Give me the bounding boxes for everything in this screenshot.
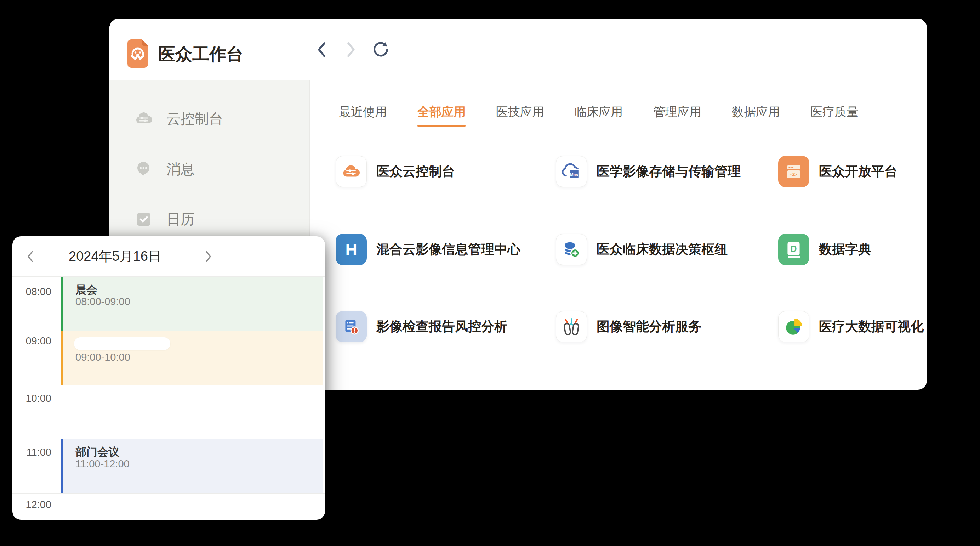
tab-data-apps[interactable]: 数据应用 — [732, 104, 780, 127]
cloud-sliders-icon — [341, 161, 361, 182]
database-plus-icon — [561, 239, 582, 260]
event-title: 晨会 — [75, 283, 97, 297]
time-label: 12:00 — [20, 498, 51, 511]
tab-all-apps[interactable]: 全部应用 — [417, 104, 466, 127]
event-time: 11:00-12:00 — [75, 458, 130, 470]
time-label: 08:00 — [20, 285, 51, 298]
app-hybrid-cloud-imaging[interactable]: H 混合云影像信息管理中心 — [336, 234, 520, 265]
tab-admin-apps[interactable]: 管理应用 — [653, 104, 702, 127]
app-tile — [336, 311, 367, 342]
app-imaging-storage[interactable]: Mos 医学影像存储与传输管理 — [556, 156, 741, 187]
messages-icon — [134, 159, 154, 179]
window-header: 医众工作台 — [110, 19, 927, 80]
app-tile — [556, 311, 587, 342]
screen: { "window": { "title": "医众工作台" }, "heade… — [0, 0, 980, 546]
tab-clinical-apps[interactable]: 临床应用 — [574, 104, 623, 127]
calendar-event-redacted[interactable]: 09:00-10:00 — [61, 331, 323, 385]
app-label: 图像智能分析服务 — [597, 318, 702, 335]
pie-chart-icon — [783, 316, 804, 337]
gridline — [13, 412, 325, 412]
sidebar-item-cloud-console[interactable]: 云控制台 — [110, 100, 309, 137]
time-label: 10:00 — [20, 392, 51, 405]
calendar-event-morning-meeting[interactable]: 晨会 08:00-09:00 — [61, 277, 323, 330]
letter-tile-icon: H — [345, 240, 357, 259]
chevron-left-icon — [317, 42, 326, 58]
app-label: 影像检查报告风控分析 — [376, 318, 508, 335]
app-tile — [336, 156, 367, 187]
code-glyph: </> — [790, 172, 797, 177]
refresh-icon — [371, 40, 390, 59]
app-tile: D — [778, 234, 809, 265]
app-label: 数据字典 — [819, 241, 871, 258]
sidebar-item-messages[interactable]: 消息 — [110, 150, 309, 187]
time-label: 09:00 — [20, 334, 51, 347]
chevron-right-icon — [204, 250, 213, 263]
event-title: 部门会议 — [75, 445, 119, 460]
app-label: 医疗大数据可视化 — [819, 318, 924, 335]
calendar-icon — [134, 209, 154, 229]
calendar-date: 2024年5月16日 — [55, 248, 175, 264]
dictionary-book-icon: D — [783, 239, 804, 260]
cloud-storage-icon: Mos — [561, 161, 582, 182]
tab-recent[interactable]: 最近使用 — [339, 104, 387, 127]
app-label: 混合云影像信息管理中心 — [376, 241, 520, 258]
app-logo-icon — [127, 39, 148, 68]
chevron-left-icon — [26, 250, 34, 263]
app-tile — [778, 311, 809, 342]
refresh-button[interactable] — [371, 19, 390, 80]
event-time: 09:00-10:00 — [75, 351, 130, 363]
app-data-dictionary[interactable]: D 数据字典 — [778, 234, 871, 265]
app-image-ai-analysis[interactable]: 图像智能分析服务 — [556, 311, 702, 342]
tabs-divider — [326, 126, 918, 126]
event-title-redacted — [74, 337, 170, 350]
tab-medtech-apps[interactable]: 医技应用 — [496, 104, 544, 127]
sidebar-item-label: 日历 — [166, 209, 195, 229]
time-label: 11:00 — [20, 446, 51, 458]
app-label: 医众云控制台 — [376, 163, 455, 180]
event-time: 08:00-09:00 — [75, 296, 130, 308]
book-letter: D — [791, 244, 797, 254]
app-tile: H — [336, 234, 367, 265]
app-label: 医众开放平台 — [819, 163, 897, 180]
app-cloud-console[interactable]: 医众云控制台 — [336, 156, 455, 187]
app-bigdata-visualization[interactable]: 医疗大数据可视化 — [778, 311, 924, 342]
storage-badge: Mos — [570, 172, 578, 177]
lungs-ai-icon — [561, 316, 582, 337]
sidebar-item-calendar[interactable]: 日历 — [110, 201, 309, 237]
page-title: 医众工作台 — [158, 44, 243, 64]
calendar-next-day-button[interactable] — [204, 250, 213, 264]
app-tile — [556, 234, 587, 265]
cloud-console-icon — [134, 109, 154, 129]
sidebar-item-label: 消息 — [166, 160, 195, 179]
app-category-tabs: 最近使用 全部应用 医技应用 临床应用 管理应用 数据应用 医疗质量 — [339, 104, 859, 127]
chevron-right-icon — [346, 42, 356, 58]
app-report-risk-analysis[interactable]: 影像检查报告风控分析 — [336, 311, 508, 342]
back-button[interactable] — [317, 19, 326, 80]
app-clinical-data-hub[interactable]: 医众临床数据决策枢纽 — [556, 234, 727, 265]
app-tile: Mos — [556, 156, 587, 187]
calendar-prev-day-button[interactable] — [26, 250, 34, 264]
code-window-icon: </> — [783, 161, 804, 182]
app-tile: </> — [778, 156, 809, 187]
app-open-platform[interactable]: </> 医众开放平台 — [778, 156, 897, 187]
report-risk-icon — [341, 316, 361, 337]
sidebar-item-label: 云控制台 — [166, 109, 223, 129]
calendar-panel: 2024年5月16日 08:00 09:00 10:00 11:00 12:00… — [13, 236, 325, 520]
app-label: 医学影像存储与传输管理 — [597, 163, 741, 180]
gridline — [13, 493, 325, 493]
calendar-event-department-meeting[interactable]: 部门会议 11:00-12:00 — [61, 439, 323, 493]
forward-button[interactable] — [346, 19, 356, 80]
app-label: 医众临床数据决策枢纽 — [597, 241, 727, 258]
tab-quality[interactable]: 医疗质量 — [810, 104, 859, 127]
gridline — [13, 385, 325, 385]
